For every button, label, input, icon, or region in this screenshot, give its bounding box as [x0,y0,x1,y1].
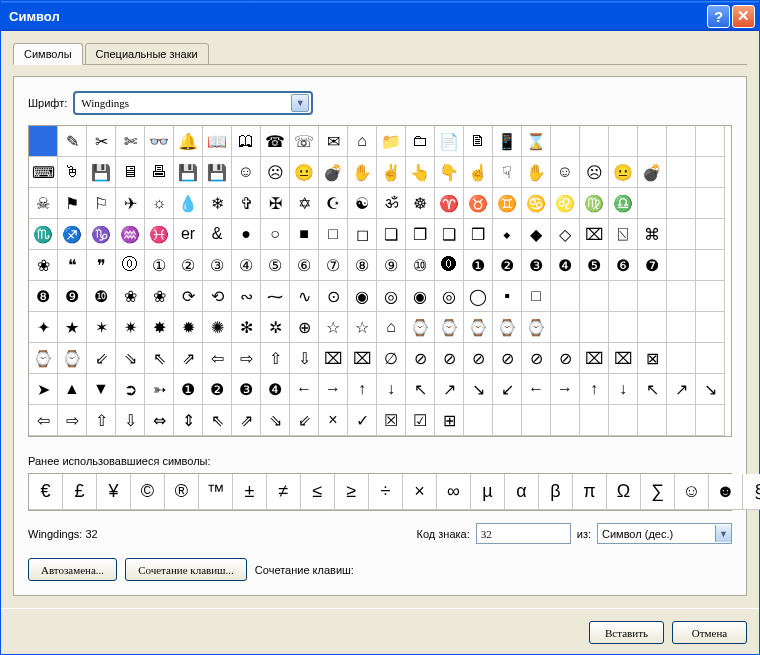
symbol-cell[interactable]: ❸ [232,374,261,405]
font-combo[interactable]: ▼ [73,91,313,115]
symbol-cell[interactable]: ⊘ [522,343,551,374]
symbol-cell[interactable]: ◯ [464,281,493,312]
recent-cell[interactable]: ± [233,474,267,510]
symbol-cell[interactable] [696,157,725,188]
symbol-cell[interactable]: ☹ [261,157,290,188]
tab-special[interactable]: Специальные знаки [85,43,209,65]
symbol-cell[interactable]: ❾ [58,281,87,312]
symbol-cell[interactable]: → [319,374,348,405]
symbol-cell[interactable]: ✺ [203,312,232,343]
symbol-cell[interactable]: ☏ [290,126,319,157]
recent-cell[interactable]: Ω [607,474,641,510]
symbol-cell[interactable]: ✂ [87,126,116,157]
symbol-cell[interactable]: ↗ [667,374,696,405]
symbol-cell[interactable]: 🗀 [406,126,435,157]
symbol-cell[interactable]: ◉ [406,281,435,312]
symbol-cell[interactable]: ⊞ [435,405,464,436]
symbol-cell[interactable]: ⇙ [290,405,319,436]
symbol-cell[interactable]: ❶ [464,250,493,281]
shortcut-button[interactable]: Сочетание клавиш... [125,558,247,581]
symbol-cell[interactable]: ♐ [58,219,87,250]
symbol-cell[interactable] [667,126,696,157]
symbol-cell[interactable]: ➤ [29,374,58,405]
symbol-cell[interactable]: ◻ [348,219,377,250]
symbol-cell[interactable]: ⟲ [203,281,232,312]
symbol-cell[interactable]: ⑤ [261,250,290,281]
symbol-cell[interactable]: ☠ [29,188,58,219]
symbol-cell[interactable]: ♏ [29,219,58,250]
symbol-cell[interactable]: ⌚ [435,312,464,343]
symbol-cell[interactable]: ⇧ [87,405,116,436]
symbol-cell[interactable]: ☝ [464,157,493,188]
recent-cell[interactable]: ☻ [709,474,743,510]
symbol-cell[interactable] [638,405,667,436]
symbol-cell[interactable]: ☒ [377,405,406,436]
symbol-cell[interactable]: ⇦ [29,405,58,436]
symbol-cell[interactable]: ← [290,374,319,405]
symbol-cell[interactable]: ✠ [261,188,290,219]
symbol-cell[interactable]: ② [174,250,203,281]
symbol-cell[interactable]: ⌚ [464,312,493,343]
symbol-cell[interactable]: ⌚ [29,343,58,374]
symbol-cell[interactable] [696,312,725,343]
symbol-cell[interactable]: ⇘ [261,405,290,436]
chevron-down-icon[interactable]: ▼ [715,525,731,542]
symbol-cell[interactable]: ↘ [464,374,493,405]
symbol-cell[interactable]: ✄ [116,126,145,157]
symbol-cell[interactable]: → [551,374,580,405]
symbol-cell[interactable]: ✎ [58,126,87,157]
symbol-cell[interactable] [493,405,522,436]
symbol-cell[interactable]: ✞ [232,188,261,219]
symbol-cell[interactable]: ③ [203,250,232,281]
symbol-cell[interactable]: ⊘ [551,343,580,374]
symbol-cell[interactable]: 📱 [493,126,522,157]
symbol-cell[interactable]: ⊘ [406,343,435,374]
symbol-cell[interactable]: 👓 [145,126,174,157]
symbol-cell[interactable]: 😐 [609,157,638,188]
symbol-cell[interactable]: ⌧ [580,219,609,250]
symbol-cell[interactable]: ← [522,374,551,405]
symbol-cell[interactable] [464,405,493,436]
symbol-cell[interactable]: 🖰 [58,157,87,188]
symbol-cell[interactable] [580,405,609,436]
symbol-cell[interactable] [696,188,725,219]
symbol-cell[interactable]: ⊘ [464,343,493,374]
symbol-cell[interactable]: ⑩ [406,250,435,281]
symbol-cell[interactable]: ⊕ [290,312,319,343]
recent-cell[interactable]: © [131,474,165,510]
symbol-cell[interactable]: ↖ [406,374,435,405]
symbol-cell[interactable]: 💾 [174,157,203,188]
symbol-cell[interactable]: ♌ [551,188,580,219]
symbol-cell[interactable]: ⟳ [174,281,203,312]
symbol-cell[interactable]: 👇 [435,157,464,188]
symbol-cell[interactable] [696,343,725,374]
symbol-cell[interactable]: ④ [232,250,261,281]
symbol-cell[interactable]: ☟ [493,157,522,188]
symbol-cell[interactable]: ✈ [116,188,145,219]
symbol-cell[interactable]: ✸ [145,312,174,343]
symbol-cell[interactable]: ⇦ [203,343,232,374]
recent-cell[interactable]: ☺ [675,474,709,510]
symbol-cell[interactable]: ⍂ [609,219,638,250]
symbol-cell[interactable]: ❝ [58,250,87,281]
recent-cell[interactable]: α [505,474,539,510]
symbol-cell[interactable] [667,312,696,343]
symbol-cell[interactable]: ✓ [348,405,377,436]
symbol-cell[interactable]: ✡ [290,188,319,219]
help-button[interactable]: ? [707,5,730,28]
recent-cell[interactable]: ™ [199,474,233,510]
symbol-cell[interactable]: ⇙ [87,343,116,374]
symbol-cell[interactable]: ☹ [580,157,609,188]
symbol-cell[interactable]: ↓ [377,374,406,405]
recent-cell[interactable]: § [743,474,760,510]
symbol-cell[interactable]: ↖ [638,374,667,405]
symbol-cell[interactable]: ⌧ [319,343,348,374]
symbol-cell[interactable] [551,281,580,312]
symbol-cell[interactable] [638,188,667,219]
symbol-cell[interactable]: ↓ [609,374,638,405]
symbol-cell[interactable]: ⌚ [406,312,435,343]
symbol-cell[interactable]: ⓿ [435,250,464,281]
symbol-cell[interactable]: ❼ [638,250,667,281]
symbol-cell[interactable]: ☼ [145,188,174,219]
symbol-cell[interactable]: ♍ [580,188,609,219]
